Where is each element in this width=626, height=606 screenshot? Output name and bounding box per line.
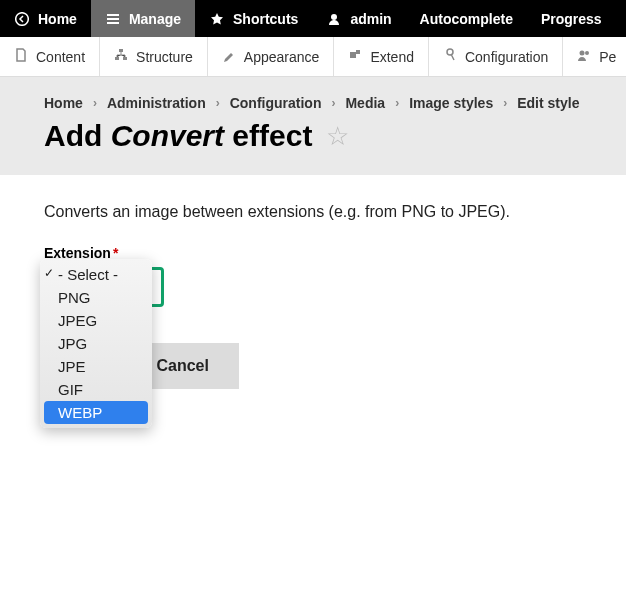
configuration-icon [443,48,457,65]
chevron-right-icon: › [93,96,97,110]
adminbar-configuration-label: Configuration [465,49,548,65]
adminbar-content-label: Content [36,49,85,65]
svg-point-7 [580,51,585,56]
svg-rect-5 [350,52,356,58]
extension-dropdown[interactable]: - Select - PNG JPEG JPG JPE GIF WEBP [40,259,152,428]
breadcrumb-item[interactable]: Edit style [517,95,579,111]
structure-icon [114,48,128,65]
menu-icon [105,11,121,27]
breadcrumb-item[interactable]: Home [44,95,83,111]
extend-icon [348,48,362,65]
adminbar-appearance[interactable]: Appearance [208,37,335,76]
svg-point-0 [16,12,29,25]
topbar-home[interactable]: Home [0,0,91,37]
dropdown-option[interactable]: JPE [40,355,152,378]
svg-point-8 [585,51,589,55]
topbar-autocomplete[interactable]: Autocomplete [406,0,527,37]
dropdown-option[interactable]: GIF [40,378,152,401]
chevron-right-icon: › [503,96,507,110]
star-icon [209,11,225,27]
people-icon [577,48,591,65]
page-title: Add Convert effect [44,119,312,153]
breadcrumb-item[interactable]: Configuration [230,95,322,111]
topbar-progress[interactable]: Progress [527,0,616,37]
topbar-shortcuts[interactable]: Shortcuts [195,0,312,37]
topbar-autocomplete-label: Autocomplete [420,11,513,27]
chevron-right-icon: › [395,96,399,110]
favorite-star-icon[interactable]: ☆ [326,121,349,152]
topbar-manage-label: Manage [129,11,181,27]
dropdown-option-highlighted[interactable]: WEBP [44,401,148,424]
adminbar-appearance-label: Appearance [244,49,320,65]
adminbar-extend[interactable]: Extend [334,37,429,76]
svg-rect-2 [119,49,123,52]
back-icon [14,11,30,27]
appearance-icon [222,48,236,65]
topbar-admin[interactable]: admin [312,0,405,37]
description: Converts an image between extensions (e.… [44,203,582,221]
content-icon [14,48,28,65]
dropdown-option-default[interactable]: - Select - [40,263,152,286]
topbar-admin-label: admin [350,11,391,27]
breadcrumb-item[interactable]: Administration [107,95,206,111]
topbar-manage[interactable]: Manage [91,0,195,37]
adminbar-content[interactable]: Content [0,37,100,76]
adminbar-people-label: Pe [599,49,616,65]
breadcrumb: Home› Administration› Configuration› Med… [44,95,606,111]
svg-point-1 [331,14,337,20]
topbar-progress-label: Progress [541,11,602,27]
dropdown-option[interactable]: PNG [40,286,152,309]
breadcrumb-item[interactable]: Media [345,95,385,111]
user-icon [326,11,342,27]
chevron-right-icon: › [216,96,220,110]
svg-rect-6 [356,50,360,54]
adminbar-extend-label: Extend [370,49,414,65]
dropdown-option[interactable]: JPEG [40,309,152,332]
adminbar-people[interactable]: Pe [563,37,626,76]
svg-rect-4 [123,57,127,60]
dropdown-option[interactable]: JPG [40,332,152,355]
chevron-right-icon: › [331,96,335,110]
adminbar-structure-label: Structure [136,49,193,65]
svg-rect-3 [115,57,119,60]
adminbar-configuration[interactable]: Configuration [429,37,563,76]
breadcrumb-item[interactable]: Image styles [409,95,493,111]
adminbar-structure[interactable]: Structure [100,37,208,76]
topbar-home-label: Home [38,11,77,27]
topbar-shortcuts-label: Shortcuts [233,11,298,27]
